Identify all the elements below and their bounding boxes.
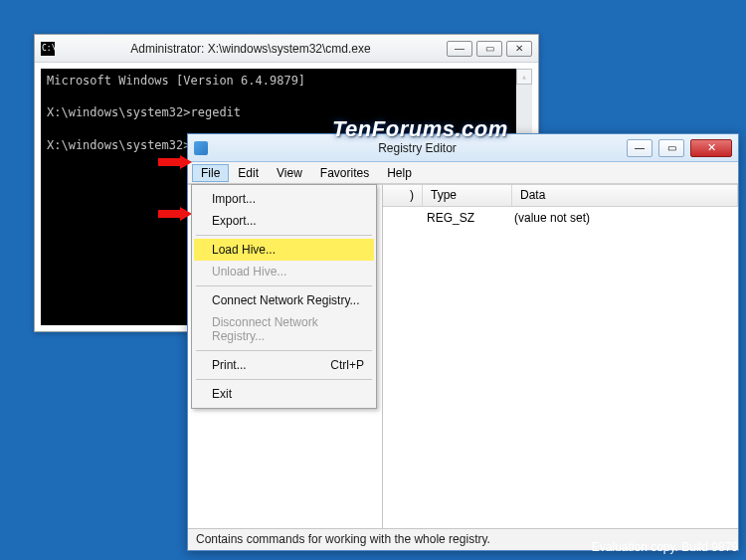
- cell-type: REG_SZ: [427, 211, 514, 225]
- annotation-arrow-icon: [158, 155, 192, 169]
- close-button[interactable]: ✕: [690, 139, 732, 157]
- file-menu-dropdown: Import... Export... Load Hive... Unload …: [191, 184, 377, 409]
- menu-accelerator: Ctrl+P: [330, 358, 364, 372]
- menu-item-print[interactable]: Print... Ctrl+P: [194, 354, 374, 376]
- minimize-button[interactable]: —: [627, 139, 653, 157]
- list-row[interactable]: REG_SZ (value not set): [383, 211, 738, 225]
- menu-help[interactable]: Help: [378, 164, 421, 182]
- menu-item-label: Print...: [212, 358, 247, 372]
- cmd-window-controls: — ▭ ✕: [447, 41, 532, 57]
- col-data[interactable]: Data: [512, 185, 738, 206]
- scroll-up-button[interactable]: ▴: [516, 69, 532, 85]
- reg-title: Registry Editor: [214, 141, 621, 155]
- list-body[interactable]: REG_SZ (value not set): [383, 207, 738, 528]
- menu-item-unload-hive: Unload Hive...: [194, 261, 374, 282]
- list-columns: ) Type Data: [383, 185, 738, 207]
- minimize-button[interactable]: —: [447, 41, 472, 57]
- col-name-fragment[interactable]: ): [383, 185, 423, 206]
- cmd-line: Microsoft Windows [Version 6.4.9879]: [47, 73, 526, 89]
- menu-favorites[interactable]: Favorites: [311, 164, 378, 182]
- maximize-button[interactable]: ▭: [658, 139, 684, 157]
- cmd-title: Administrator: X:\windows\system32\cmd.e…: [61, 42, 441, 56]
- col-type[interactable]: Type: [423, 185, 512, 206]
- svg-marker-1: [158, 207, 192, 221]
- menu-item-disconnect-network-registry: Disconnect Network Registry...: [194, 311, 374, 347]
- annotation-arrow-icon: [158, 207, 192, 221]
- menu-file[interactable]: File: [192, 164, 229, 182]
- menu-separator: [196, 350, 372, 351]
- maximize-button[interactable]: ▭: [476, 41, 502, 57]
- close-button[interactable]: ✕: [506, 41, 532, 57]
- svg-marker-0: [158, 155, 192, 169]
- cmd-titlebar[interactable]: Administrator: X:\windows\system32\cmd.e…: [35, 35, 538, 63]
- cmd-icon: [41, 42, 55, 56]
- cell-data: (value not set): [514, 211, 590, 225]
- menu-separator: [196, 285, 372, 286]
- registry-editor-window: Registry Editor — ▭ ✕ File Edit View Fav…: [187, 133, 739, 551]
- menu-item-exit[interactable]: Exit: [194, 383, 374, 405]
- watermark-text: TenForums.com: [332, 116, 508, 142]
- menu-item-connect-network-registry[interactable]: Connect Network Registry...: [194, 289, 374, 311]
- evaluation-copy-text: Evaluation copy. Build 9879: [592, 540, 738, 554]
- menubar: File Edit View Favorites Help: [188, 162, 738, 184]
- menu-separator: [196, 235, 372, 236]
- regedit-icon: [194, 141, 208, 155]
- menu-separator: [196, 379, 372, 380]
- menu-view[interactable]: View: [268, 164, 311, 182]
- menu-item-load-hive[interactable]: Load Hive...: [194, 239, 374, 261]
- menu-item-export[interactable]: Export...: [194, 210, 374, 232]
- menu-edit[interactable]: Edit: [229, 164, 268, 182]
- menu-item-import[interactable]: Import...: [194, 188, 374, 210]
- registry-list-pane[interactable]: ) Type Data REG_SZ (value not set): [383, 185, 738, 528]
